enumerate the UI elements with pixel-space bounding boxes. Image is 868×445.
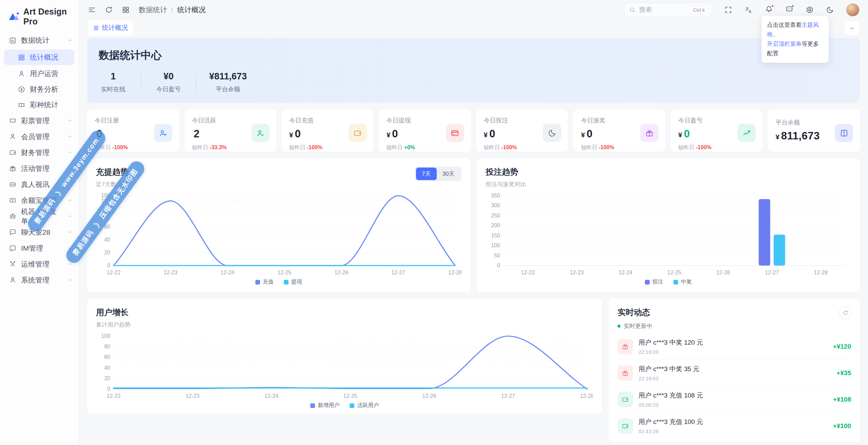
stat-card-active: 今日活跃 2 较昨日-33.3% (184, 110, 276, 152)
legend-item[interactable]: 中奖 (673, 278, 692, 286)
message-icon (9, 244, 17, 252)
chevron-down-icon (67, 230, 73, 235)
sidebar-item-label: 用户运营 (30, 69, 58, 78)
svg-text:12-27: 12-27 (765, 270, 779, 275)
legend-item[interactable]: 活跃用户 (350, 402, 379, 409)
breadcrumb-separator: / (171, 6, 173, 14)
sidebar-item-finance-analysis[interactable]: 财务分析 (0, 81, 79, 97)
chat-button[interactable] (785, 5, 793, 15)
chevron-down-icon (67, 134, 73, 139)
stat-cards-row: 今日注册 0 较昨日-100% 今日活跃 2 较昨日-33.3% 今日充值 ¥0… (87, 110, 860, 152)
svg-text:12-26: 12-26 (716, 270, 730, 275)
chart-subtitle: 累计用户趋势 (96, 321, 593, 329)
user-avatar[interactable] (846, 3, 859, 16)
activity-item[interactable]: 用户 c***3 中奖 120 元22:19:03 +¥120 (617, 333, 851, 360)
user-gear-icon (9, 276, 17, 284)
sidebar-item-lottery-stats[interactable]: 彩种统计 (0, 97, 79, 113)
chart-legend: 新增用户 活跃用户 (96, 402, 593, 409)
sidebar-item-finance-mgmt[interactable]: 财务管理 (0, 144, 79, 160)
gift-icon (9, 165, 17, 172)
legend-item[interactable]: 充值 (255, 278, 274, 286)
svg-text:12-28: 12-28 (448, 270, 461, 275)
activity-item[interactable]: 用户 c***3 充值 100 元02:43:29 +¥100 (617, 412, 851, 439)
sidebar-item-system-mgmt[interactable]: 系统管理 (0, 272, 79, 288)
svg-text:60: 60 (104, 354, 110, 360)
svg-text:12-26: 12-26 (422, 393, 436, 399)
divider (196, 74, 196, 91)
svg-text:100: 100 (491, 243, 500, 248)
breadcrumb-parent[interactable]: 数据统计 (139, 5, 167, 15)
legend-item[interactable]: 新增用户 (310, 402, 339, 409)
sidebar-item-label: 财务分析 (30, 84, 58, 94)
user-growth-chart: 02040608010012-2212-2312-2412-2512-2612-… (96, 331, 593, 401)
translate-icon[interactable]: 文A (745, 6, 753, 14)
sidebar-item-label: 真人视讯 (21, 180, 50, 189)
stats-banner: 数据统计中心 1 实时在线 ¥0 今日盈亏 ¥811,673 平台余额 (87, 38, 860, 103)
app-title: Art Design Pro (23, 7, 79, 26)
activity-list: 用户 c***3 中奖 120 元22:19:03 +¥120 用户 c***3… (617, 333, 851, 439)
wallet-icon (9, 149, 17, 156)
chevron-down-icon (849, 25, 855, 31)
ticket-icon (18, 101, 25, 109)
refresh-icon[interactable] (105, 6, 113, 14)
user-plus-icon (154, 124, 172, 142)
app-window: Art Design Pro 数据统计 统计概况 用户运营 财务分析 彩种统计 … (0, 0, 868, 445)
svg-text:12-24: 12-24 (264, 393, 278, 399)
svg-text:12-23: 12-23 (570, 270, 584, 275)
svg-text:150: 150 (491, 233, 500, 238)
stat-card-withdraw: 今日提现 ¥0 较昨日+0% (379, 110, 471, 152)
ticket-icon (9, 117, 17, 124)
tooltip-link-topbar[interactable]: 开启顶栏菜单 (767, 41, 802, 47)
wallet-icon (349, 124, 367, 142)
sidebar-item-stats-overview[interactable]: 统计概况 (4, 50, 75, 65)
chat-dot (791, 4, 794, 7)
svg-text:12-28: 12-28 (580, 393, 593, 399)
tab-bar: 统计概况 (79, 20, 868, 36)
refresh-icon (843, 310, 848, 316)
notifications-button[interactable] (765, 5, 773, 15)
sidebar-item-member-mgmt[interactable]: 会员管理 (0, 129, 79, 144)
apps-grid-icon[interactable] (122, 6, 130, 14)
search-shortcut-badge: Ctrl k (690, 6, 708, 14)
svg-text:250: 250 (491, 213, 500, 218)
svg-text:12-23: 12-23 (185, 393, 199, 399)
logo-mountain-icon (8, 11, 20, 22)
recharge-trend-chart: 02040608010010812-2212-2312-2412-2512-26… (96, 191, 461, 278)
sidebar-item-label: 运维管理 (21, 259, 50, 269)
svg-text:12-22: 12-22 (521, 270, 535, 275)
activity-refresh-button[interactable] (839, 306, 852, 319)
sidebar-item-lottery-mgmt[interactable]: 彩票管理 (0, 113, 79, 129)
global-search[interactable]: Ctrl k (624, 3, 712, 17)
svg-text:0: 0 (107, 263, 110, 268)
header-actions: Ctrl k 文A (624, 3, 859, 17)
legend-item[interactable]: 提现 (284, 278, 302, 286)
range-7d-button[interactable]: 7天 (416, 168, 436, 180)
sidebar-item-user-operation[interactable]: 用户运营 (0, 66, 79, 81)
activity-title: 实时动态 (617, 307, 851, 318)
svg-text:A: A (749, 9, 752, 14)
menu-collapse-icon[interactable] (88, 6, 96, 14)
search-input[interactable] (639, 6, 683, 14)
svg-text:12-27: 12-27 (391, 270, 405, 275)
tab-stats-overview[interactable]: 统计概况 (88, 20, 133, 36)
prize-gift-icon (617, 365, 633, 381)
tab-options-button[interactable] (845, 21, 859, 35)
svg-text:40: 40 (104, 237, 110, 243)
svg-text:40: 40 (104, 365, 110, 371)
activity-item[interactable]: 用户 c***3 中奖 35 元22:19:03 +¥35 (617, 360, 851, 386)
settings-icon[interactable] (806, 6, 814, 14)
sidebar-group-data-stats[interactable]: 数据统计 (0, 32, 79, 49)
activity-item[interactable]: 用户 c***3 充值 108 元05:00:23 +¥108 (617, 386, 851, 412)
svg-text:350: 350 (491, 193, 500, 198)
breadcrumb-current: 统计概况 (177, 5, 206, 15)
realtime-activity-card: 实时动态 实时更新中 用户 c***3 中奖 120 元22:19:03 +¥1… (609, 299, 860, 442)
app-logo[interactable]: Art Design Pro (0, 0, 79, 32)
svg-text:12-26: 12-26 (334, 270, 348, 275)
dark-mode-moon-icon[interactable] (826, 6, 834, 14)
legend-item[interactable]: 投注 (645, 278, 663, 286)
range-30d-button[interactable]: 30天 (437, 168, 460, 180)
fullscreen-icon[interactable] (724, 6, 732, 14)
svg-text:12-22: 12-22 (107, 270, 121, 275)
tooltip-text: 、 (773, 31, 778, 38)
sidebar-item-label: 统计概况 (30, 53, 58, 62)
